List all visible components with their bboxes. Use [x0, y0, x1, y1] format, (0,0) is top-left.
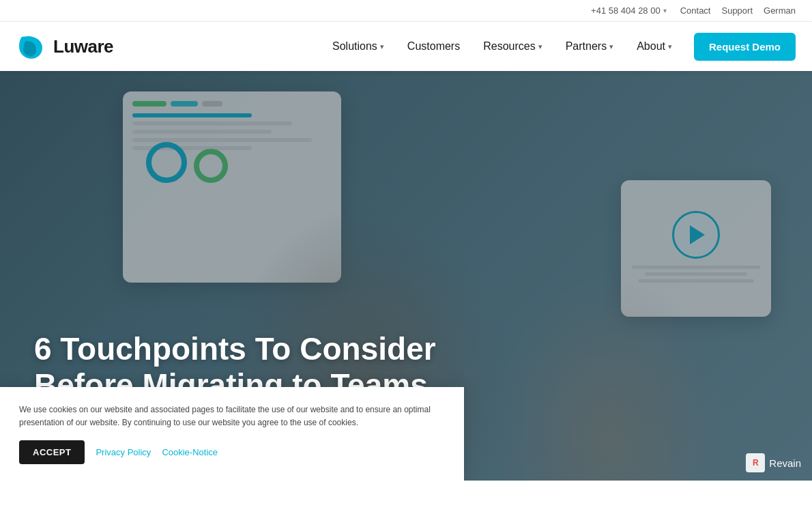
- nav-resources-label: Resources: [483, 40, 535, 53]
- phone-text: +41 58 404 28 00: [591, 5, 661, 16]
- header: Luware Solutions ▾ Customers Resources ▾…: [0, 22, 812, 71]
- partners-chevron-icon: ▾: [609, 42, 613, 51]
- hero-section: 6 Touchpoints To Consider Before Migrati…: [0, 71, 812, 481]
- nav-customers-label: Customers: [407, 40, 460, 53]
- main-nav: Solutions ▾ Customers Resources ▾ Partne…: [323, 33, 796, 61]
- nav-item-solutions[interactable]: Solutions ▾: [323, 35, 394, 58]
- top-bar: +41 58 404 28 00 ▾ Contact Support Germa…: [0, 0, 812, 22]
- nav-item-customers[interactable]: Customers: [398, 35, 469, 58]
- logo-icon: [16, 31, 46, 61]
- revain-icon: R: [746, 453, 765, 472]
- nav-partners-label: Partners: [566, 40, 607, 53]
- phone-chevron-icon: ▾: [663, 7, 667, 14]
- german-link[interactable]: German: [764, 5, 796, 16]
- privacy-policy-link[interactable]: Privacy Policy: [96, 447, 151, 457]
- revain-watermark: R Revain: [746, 453, 801, 472]
- logo[interactable]: Luware: [16, 31, 113, 61]
- support-link[interactable]: Support: [721, 5, 753, 16]
- about-chevron-icon: ▾: [668, 42, 672, 51]
- nav-about-label: About: [637, 40, 665, 53]
- nav-item-about[interactable]: About ▾: [627, 35, 682, 58]
- revain-text: Revain: [769, 457, 801, 469]
- top-bar-links: Contact Support German: [680, 5, 796, 16]
- logo-text: Luware: [53, 36, 113, 57]
- phone-number[interactable]: +41 58 404 28 00 ▾: [591, 5, 667, 16]
- cookie-notice-link[interactable]: Cookie-Notice: [162, 447, 218, 457]
- nav-item-partners[interactable]: Partners ▾: [556, 35, 623, 58]
- cookie-actions: ACCEPT Privacy Policy Cookie-Notice: [19, 440, 445, 464]
- accept-button[interactable]: ACCEPT: [19, 440, 85, 464]
- nav-solutions-label: Solutions: [332, 40, 377, 53]
- cookie-banner: We use cookies on our website and associ…: [0, 387, 464, 481]
- request-demo-button[interactable]: Request Demo: [694, 33, 796, 61]
- resources-chevron-icon: ▾: [538, 42, 542, 51]
- cookie-text: We use cookies on our website and associ…: [19, 403, 445, 429]
- nav-item-resources[interactable]: Resources ▾: [474, 35, 551, 58]
- contact-link[interactable]: Contact: [680, 5, 711, 16]
- solutions-chevron-icon: ▾: [380, 42, 384, 51]
